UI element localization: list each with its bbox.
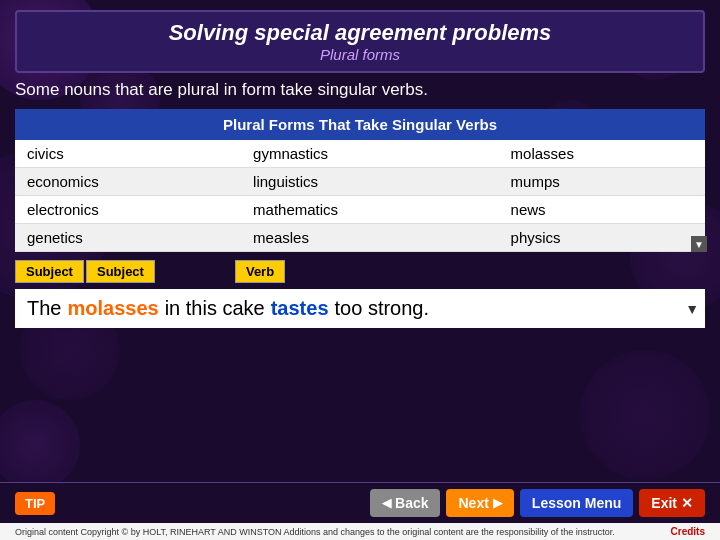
table-cell: electronics (15, 196, 241, 224)
table-cell: civics (15, 140, 241, 168)
lesson-menu-label: Lesson Menu (532, 495, 621, 511)
subject-label-1: Subject (15, 260, 84, 283)
nav-buttons: ◀ Back Next ▶ Lesson Menu Exit ✕ (370, 489, 705, 517)
back-label: Back (395, 495, 428, 511)
table-row: economics linguistics mumps (15, 168, 705, 196)
verb-label: Verb (235, 260, 285, 283)
table-cell: mumps (499, 168, 705, 196)
lesson-menu-button[interactable]: Lesson Menu (520, 489, 633, 517)
table-cell: measles (241, 224, 499, 252)
sentence-word-molasses: molasses (67, 297, 158, 320)
sentence-phrase-too-strong: too strong. (335, 297, 430, 320)
sentence-phrase-in-this-cake: in this cake (165, 297, 265, 320)
table-cell: gymnastics (241, 140, 499, 168)
sentence-dropdown-arrow[interactable]: ▼ (685, 301, 699, 317)
content-area: Some nouns that are plural in form take … (15, 79, 705, 482)
back-button[interactable]: ◀ Back (370, 489, 440, 517)
page-title: Solving special agreement problems (29, 20, 691, 46)
table-body: civics gymnastics molasses economics lin… (15, 140, 705, 252)
table-cell: molasses (499, 140, 705, 168)
table-cell: linguistics (241, 168, 499, 196)
intro-text: Some nouns that are plural in form take … (15, 79, 705, 101)
table-scroll-arrow[interactable]: ▼ (691, 236, 707, 252)
table-wrapper: Plural Forms That Take Singular Verbs ci… (15, 109, 705, 252)
label-bar: Subject Subject Verb (15, 260, 705, 283)
exit-x-icon: ✕ (681, 495, 693, 511)
table-cell: physics (499, 224, 705, 252)
example-sentence: The molasses in this cake tastes too str… (15, 289, 705, 328)
page-subtitle: Plural forms (29, 46, 691, 63)
subject-label-2: Subject (86, 260, 155, 283)
sentence-word-the: The (27, 297, 61, 320)
table-cell: economics (15, 168, 241, 196)
credits-link[interactable]: Credits (671, 526, 705, 537)
bottom-nav: TIP ◀ Back Next ▶ Lesson Menu Exit ✕ (0, 482, 720, 523)
table-cell: news (499, 196, 705, 224)
exit-label: Exit (651, 495, 677, 511)
table-row: genetics measles physics (15, 224, 705, 252)
table-row: civics gymnastics molasses (15, 140, 705, 168)
table-cell: genetics (15, 224, 241, 252)
plural-forms-table: Plural Forms That Take Singular Verbs ci… (15, 109, 705, 252)
table-cell: mathematics (241, 196, 499, 224)
header-box: Solving special agreement problems Plura… (15, 10, 705, 73)
sentence-word-tastes: tastes (271, 297, 329, 320)
copyright-bar: Original content Copyright © by HOLT, RI… (0, 523, 720, 540)
copyright-text: Original content Copyright © by HOLT, RI… (15, 527, 615, 537)
exit-button[interactable]: Exit ✕ (639, 489, 705, 517)
back-arrow-icon: ◀ (382, 496, 391, 510)
tip-badge: TIP (15, 492, 55, 515)
table-row: electronics mathematics news (15, 196, 705, 224)
main-container: Solving special agreement problems Plura… (0, 0, 720, 540)
table-header: Plural Forms That Take Singular Verbs (15, 109, 705, 140)
next-label: Next (458, 495, 488, 511)
next-button[interactable]: Next ▶ (446, 489, 513, 517)
next-arrow-icon: ▶ (493, 496, 502, 510)
